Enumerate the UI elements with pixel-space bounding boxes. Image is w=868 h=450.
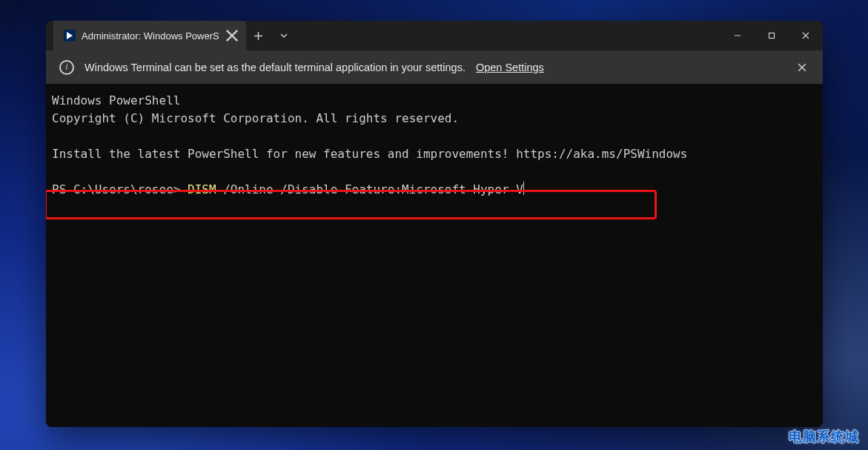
maximize-button[interactable] [755, 21, 789, 50]
command-keyword: DISM [188, 182, 216, 196]
info-message: Windows Terminal can be set as the defau… [85, 62, 466, 73]
output-line: Install the latest PowerShell for new fe… [52, 147, 687, 161]
info-icon: i [59, 60, 74, 75]
terminal-pane[interactable]: Windows PowerShell Copyright (C) Microso… [46, 85, 823, 427]
svg-rect-0 [769, 33, 775, 39]
output-line: Copyright (C) Microsoft Corporation. All… [52, 111, 459, 125]
open-settings-link[interactable]: Open Settings [476, 62, 544, 73]
minimize-button[interactable] [720, 21, 755, 50]
text-cursor [523, 182, 524, 195]
titlebar: Administrator: Windows PowerS [46, 21, 823, 50]
powershell-icon [64, 30, 76, 42]
prompt-prefix: PS C:\Users\rosee> [52, 182, 188, 196]
close-window-button[interactable] [789, 21, 823, 50]
tab-powershell[interactable]: Administrator: Windows PowerS [53, 21, 246, 50]
info-bar: i Windows Terminal can be set as the def… [46, 50, 823, 85]
watermark: 电脑系统城 [789, 428, 859, 446]
tab-title: Administrator: Windows PowerS [82, 30, 219, 42]
output-line: Windows PowerShell [52, 93, 180, 107]
terminal-window: Administrator: Windows PowerS [46, 21, 823, 427]
close-tab-button[interactable] [225, 29, 239, 42]
titlebar-rest [246, 21, 823, 50]
window-controls [720, 21, 823, 50]
dismiss-info-button[interactable] [795, 60, 809, 75]
tab-dropdown-button[interactable] [271, 21, 296, 50]
command-args: /Online /Disable-Feature:Microsoft-Hyper… [216, 182, 523, 196]
new-tab-button[interactable] [246, 21, 271, 50]
